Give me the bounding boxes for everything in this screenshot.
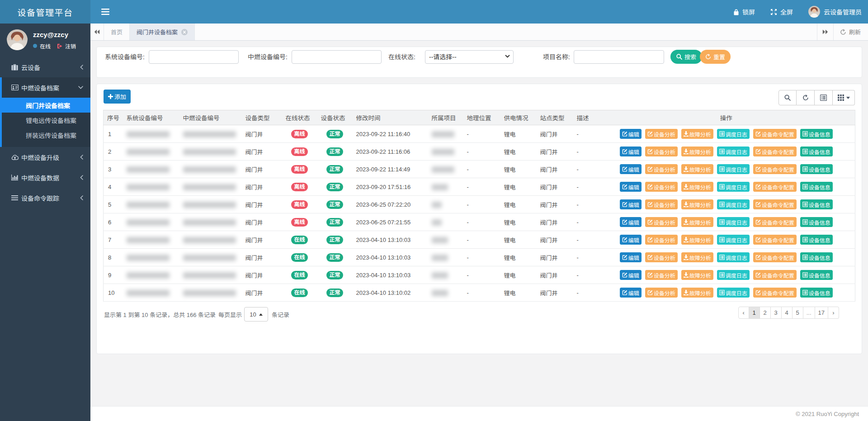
tab-close-icon[interactable] [181, 29, 188, 35]
action-故障分析-button[interactable]: 故障分析 [681, 129, 713, 139]
action-设备信息-button[interactable]: 设备信息 [800, 288, 833, 298]
col-description[interactable]: 描述 [573, 110, 598, 125]
action-设备分析-button[interactable]: 设备分析 [645, 252, 678, 262]
action-设备命令配置-button[interactable]: 设备命令配置 [753, 182, 797, 192]
action-设备命令配置-button[interactable]: 设备命令配置 [753, 217, 797, 227]
action-调度日志-button[interactable]: 调度日志 [717, 182, 750, 192]
action-编辑-button[interactable]: 编辑 [620, 288, 642, 298]
tab-valve-well-archive[interactable]: 阀门井设备档案 [130, 24, 195, 40]
fullscreen-button[interactable]: 全屏 [770, 7, 793, 16]
action-设备命令配置-button[interactable]: 设备命令配置 [753, 147, 797, 156]
action-设备分析-button[interactable]: 设备分析 [645, 164, 678, 174]
action-设备分析-button[interactable]: 设备分析 [645, 182, 678, 192]
action-设备信息-button[interactable]: 设备信息 [800, 147, 833, 156]
action-调度日志-button[interactable]: 调度日志 [717, 252, 750, 262]
table-row[interactable]: 5 阀门井 离线 正常 2023-06-25 07:22:20 - 锂电 阀门井… [104, 196, 855, 213]
table-row[interactable]: 9 阀门井 在线 正常 2023-04-10 13:10:03 - 锂电 阀门井… [104, 266, 855, 284]
pager-page-4[interactable]: 4 [782, 307, 793, 319]
action-调度日志-button[interactable]: 调度日志 [717, 217, 750, 227]
action-编辑-button[interactable]: 编辑 [620, 235, 642, 245]
user-avatar[interactable] [7, 29, 28, 50]
action-设备命令配置-button[interactable]: 设备命令配置 [753, 129, 797, 139]
sidebar-item-device-upgrade[interactable]: 中燃设备升级 [0, 147, 90, 167]
action-故障分析-button[interactable]: 故障分析 [681, 147, 713, 156]
sidebar-subitem-valve-well-archive[interactable]: 阀门井设备档案 [2, 98, 90, 113]
add-button[interactable]: 添加 [104, 90, 131, 104]
action-编辑-button[interactable]: 编辑 [620, 270, 642, 280]
table-row[interactable]: 1 阀门井 离线 正常 2023-09-22 11:16:40 - 锂电 阀门井… [104, 125, 855, 143]
action-故障分析-button[interactable]: 故障分析 [681, 270, 713, 280]
action-设备信息-button[interactable]: 设备信息 [800, 270, 833, 280]
action-编辑-button[interactable]: 编辑 [620, 217, 642, 227]
action-调度日志-button[interactable]: 调度日志 [717, 270, 750, 280]
action-故障分析-button[interactable]: 故障分析 [681, 217, 713, 227]
action-设备分析-button[interactable]: 设备分析 [645, 235, 678, 245]
online-status-select[interactable]: --请选择-- [425, 50, 514, 64]
sidebar-item-command-tracking[interactable]: 设备命令跟踪 [0, 188, 90, 208]
pager-page-1[interactable]: 1 [749, 307, 760, 319]
pager-ellipsis[interactable]: ... [803, 307, 815, 319]
action-设备分析-button[interactable]: 设备分析 [645, 288, 678, 298]
logout-link[interactable]: 注销 [57, 42, 76, 50]
table-row[interactable]: 3 阀门井 离线 正常 2023-09-22 11:14:49 - 锂电 阀门井… [104, 161, 855, 178]
pager-next-button[interactable]: › [828, 307, 839, 319]
col-power-supply[interactable]: 供电情况 [500, 110, 537, 125]
pager-page-17[interactable]: 17 [815, 307, 828, 319]
table-row[interactable]: 8 阀门井 在线 正常 2023-04-10 13:10:03 - 锂电 阀门井… [104, 249, 855, 266]
col-device-type[interactable]: 设备类型 [242, 110, 282, 125]
reset-button[interactable]: 重置 [700, 50, 731, 64]
col-modified-time[interactable]: 修改时间 [353, 110, 428, 125]
pager-prev-button[interactable]: ‹ [738, 307, 749, 319]
action-设备命令配置-button[interactable]: 设备命令配置 [753, 164, 797, 174]
tabs-scroll-right-button[interactable] [817, 24, 833, 40]
sidebar-toggle-icon[interactable] [101, 9, 109, 15]
action-编辑-button[interactable]: 编辑 [620, 164, 642, 174]
toolbar-search-button[interactable] [778, 90, 797, 105]
gas-no-input[interactable] [292, 50, 382, 64]
col-system-no[interactable]: 系统设备编号 [123, 110, 179, 125]
action-设备信息-button[interactable]: 设备信息 [800, 129, 833, 139]
action-设备分析-button[interactable]: 设备分析 [645, 147, 678, 156]
action-编辑-button[interactable]: 编辑 [620, 199, 642, 209]
tab-refresh-button[interactable]: 刷新 [833, 24, 868, 40]
action-调度日志-button[interactable]: 调度日志 [717, 235, 750, 245]
lock-screen-button[interactable]: 锁屏 [733, 7, 755, 16]
action-设备命令配置-button[interactable]: 设备命令配置 [753, 252, 797, 262]
action-设备信息-button[interactable]: 设备信息 [800, 217, 833, 227]
sidebar-item-gas-device-archive[interactable]: 中燃设备档案 [2, 77, 90, 98]
action-编辑-button[interactable]: 编辑 [620, 129, 642, 139]
toolbar-columns-button[interactable] [833, 90, 855, 105]
col-index[interactable]: 序号 [104, 110, 123, 125]
action-设备命令配置-button[interactable]: 设备命令配置 [753, 270, 797, 280]
action-故障分析-button[interactable]: 故障分析 [681, 252, 713, 262]
col-geo-location[interactable]: 地理位置 [463, 110, 500, 125]
pager-page-3[interactable]: 3 [771, 307, 782, 319]
action-编辑-button[interactable]: 编辑 [620, 252, 642, 262]
table-row[interactable]: 10 阀门井 在线 正常 2023-04-10 13:10:02 - 锂电 阀门… [104, 284, 855, 302]
action-设备命令配置-button[interactable]: 设备命令配置 [753, 288, 797, 298]
action-调度日志-button[interactable]: 调度日志 [717, 288, 750, 298]
action-设备命令配置-button[interactable]: 设备命令配置 [753, 235, 797, 245]
col-project[interactable]: 所属项目 [428, 110, 463, 125]
action-故障分析-button[interactable]: 故障分析 [681, 235, 713, 245]
page-size-dropdown[interactable]: 10 [244, 307, 268, 322]
action-故障分析-button[interactable]: 故障分析 [681, 182, 713, 192]
action-设备分析-button[interactable]: 设备分析 [645, 270, 678, 280]
action-设备信息-button[interactable]: 设备信息 [800, 235, 833, 245]
action-调度日志-button[interactable]: 调度日志 [717, 199, 750, 209]
search-button[interactable]: 搜索 [670, 50, 702, 64]
col-gas-no[interactable]: 中燃设备编号 [179, 110, 242, 125]
action-故障分析-button[interactable]: 故障分析 [681, 164, 713, 174]
sidebar-subitem-lithium-remote-archive[interactable]: 锂电远传设备档案 [2, 113, 90, 128]
pager-page-5[interactable]: 5 [793, 307, 803, 319]
toolbar-list-view-button[interactable] [815, 90, 833, 105]
action-设备信息-button[interactable]: 设备信息 [800, 252, 833, 262]
project-name-input[interactable] [574, 50, 664, 64]
action-设备分析-button[interactable]: 设备分析 [645, 199, 678, 209]
table-row[interactable]: 2 阀门井 离线 正常 2023-09-22 11:16:06 - 锂电 阀门井… [104, 143, 855, 161]
toolbar-refresh-button[interactable] [797, 90, 815, 105]
sidebar-subitem-assembled-remote-archive[interactable]: 拼装远传设备档案 [2, 128, 90, 142]
action-调度日志-button[interactable]: 调度日志 [717, 164, 750, 174]
col-online-status[interactable]: 在线状态 [282, 110, 317, 125]
action-调度日志-button[interactable]: 调度日志 [717, 129, 750, 139]
